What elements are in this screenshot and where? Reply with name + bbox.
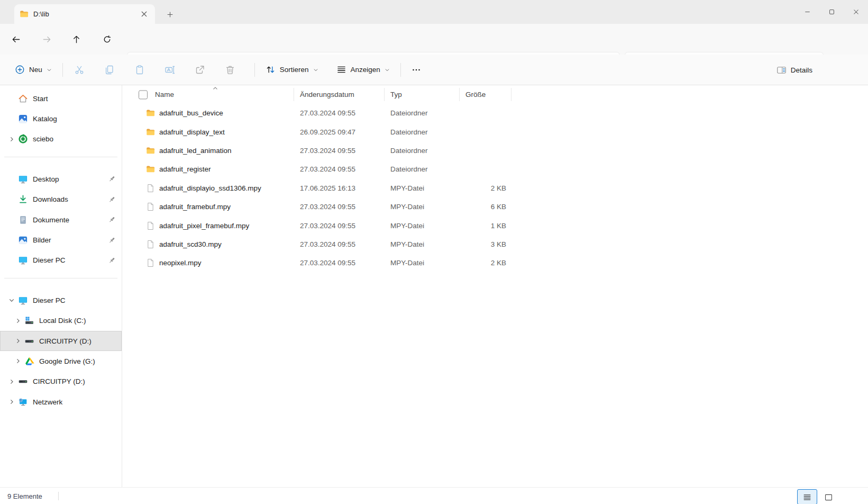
cut-button[interactable] <box>68 60 90 79</box>
table-row[interactable]: adafruit_pixel_framebuf.mpy27.03.2024 09… <box>122 216 868 235</box>
paste-button[interactable] <box>129 60 151 79</box>
table-row[interactable]: adafruit_register27.03.2024 09:55Dateior… <box>122 160 868 178</box>
maximize-button[interactable] <box>819 0 844 24</box>
column-header-type[interactable]: Typ <box>385 85 460 104</box>
column-header-label: Name <box>155 91 174 98</box>
toolbar-separator <box>400 63 401 77</box>
file-list-panel: Name Änderungsdatum Typ Größe adafruit_b… <box>122 85 868 487</box>
sidebar-item-bilder[interactable]: Bilder <box>0 230 122 250</box>
chevron-right-icon[interactable] <box>12 318 24 324</box>
table-row[interactable]: adafruit_framebuf.mpy27.03.2024 09:55MPY… <box>122 197 868 216</box>
copy-button[interactable] <box>98 60 121 79</box>
column-header-label: Größe <box>465 91 486 98</box>
plus-icon <box>167 11 173 18</box>
select-all-checkbox[interactable] <box>139 90 148 99</box>
details-pane-button[interactable]: Details <box>771 60 818 79</box>
chevron-right-icon[interactable] <box>6 136 17 142</box>
sidebar-item-netzwerk[interactable]: Netzwerk <box>0 392 122 412</box>
sidebar-item-local-disk-c[interactable]: Local Disk (C:) <box>0 311 122 331</box>
sidebar-item-katalog[interactable]: Katalog <box>0 109 122 129</box>
chevron-right-icon[interactable] <box>12 338 24 344</box>
share-button[interactable] <box>189 60 211 79</box>
status-bar: 9 Elemente <box>0 487 868 504</box>
file-size: 6 KB <box>460 203 511 211</box>
sidebar-item-desktop[interactable]: Desktop <box>0 169 122 189</box>
sidebar-item-start[interactable]: Start <box>0 88 122 109</box>
status-separator <box>58 492 59 500</box>
sidebar-item-circuitpy-d[interactable]: CIRCUITPY (D:) <box>0 331 122 351</box>
sort-icon <box>266 65 276 75</box>
chevron-right-icon[interactable] <box>6 379 17 385</box>
column-header-size[interactable]: Größe <box>460 85 511 104</box>
table-row[interactable]: adafruit_display_text26.09.2025 09:47Dat… <box>122 122 868 141</box>
refresh-button[interactable] <box>98 31 115 48</box>
pin-icon <box>108 216 116 224</box>
sidebar-item-google-drive-g[interactable]: Google Drive (G:) <box>0 351 122 371</box>
file-date: 27.03.2024 09:55 <box>294 259 385 267</box>
file-type: MPY-Datei <box>385 184 460 192</box>
file-name: adafruit_display_text <box>159 128 225 136</box>
file-name: adafruit_scd30.mpy <box>159 240 222 248</box>
table-row[interactable]: adafruit_led_animation27.03.2024 09:55Da… <box>122 141 868 160</box>
toolbar-separator <box>254 63 255 77</box>
sidebar-item-dokumente[interactable]: Dokumente <box>0 210 122 230</box>
sidebar-item-downloads[interactable]: Downloads <box>0 190 122 210</box>
sidebar-item-sciebo[interactable]: sciebo <box>0 129 122 149</box>
back-button[interactable] <box>7 31 24 48</box>
sort-button[interactable]: Sortieren <box>260 60 324 79</box>
up-arrow-icon <box>72 35 81 44</box>
table-row[interactable]: adafruit_scd30.mpy27.03.2024 09:55MPY-Da… <box>122 235 868 254</box>
chevron-right-icon[interactable] <box>12 358 24 364</box>
delete-button[interactable] <box>219 60 241 79</box>
chevron-right-icon[interactable] <box>6 399 17 405</box>
drive-icon <box>24 336 34 346</box>
close-window-button[interactable] <box>844 0 868 24</box>
sidebar-item-dieser-pc[interactable]: Dieser PC <box>0 250 122 271</box>
new-button[interactable]: Neu <box>10 60 57 79</box>
sidebar-item-label: CIRCUITPY (D:) <box>33 377 85 385</box>
table-row[interactable]: adafruit_displayio_ssd1306.mpy17.06.2025… <box>122 179 868 197</box>
column-header-date[interactable]: Änderungsdatum <box>294 85 385 104</box>
file-icon <box>146 240 155 249</box>
file-size: 1 KB <box>460 222 511 230</box>
sidebar-item-label: Bilder <box>33 236 51 244</box>
up-button[interactable] <box>68 31 85 48</box>
sidebar-item-label: Katalog <box>33 115 57 123</box>
file-icon <box>146 221 155 230</box>
minimize-icon <box>803 8 811 16</box>
file-date: 27.03.2024 09:55 <box>294 165 385 173</box>
minimize-button[interactable] <box>795 0 819 24</box>
file-size: 2 KB <box>460 184 511 192</box>
view-button[interactable]: Anzeigen <box>331 60 395 79</box>
chevron-down-icon[interactable] <box>6 297 17 303</box>
sidebar-item-dieser-pc[interactable]: Dieser PC <box>0 290 122 310</box>
more-options-button[interactable] <box>406 60 426 79</box>
back-arrow-icon <box>12 35 21 44</box>
forward-button[interactable] <box>38 31 55 48</box>
scissors-icon <box>74 65 85 75</box>
column-header-name[interactable]: Name <box>122 85 294 104</box>
file-icon <box>146 184 155 193</box>
table-row[interactable]: neopixel.mpy27.03.2024 09:55MPY-Datei2 K… <box>122 254 868 272</box>
file-name: adafruit_bus_device <box>159 109 223 117</box>
sidebar-item-circuitpy-d[interactable]: CIRCUITPY (D:) <box>0 372 122 392</box>
large-icons-view-toggle[interactable] <box>822 491 835 503</box>
tab-close-button[interactable] <box>137 7 151 21</box>
sidebar-item-label: Dieser PC <box>33 256 66 264</box>
sciebo-icon <box>17 134 28 144</box>
tab-title: D:\lib <box>33 10 137 18</box>
share-icon <box>195 65 205 75</box>
new-tab-button[interactable] <box>163 8 177 21</box>
toolbar-separator <box>62 63 63 77</box>
rename-button[interactable] <box>159 60 181 79</box>
chevron-down-icon <box>385 67 390 73</box>
details-button-label: Details <box>791 66 812 74</box>
file-icon <box>146 258 155 267</box>
chevron-down-icon <box>47 67 52 73</box>
table-row[interactable]: adafruit_bus_device27.03.2024 09:55Datei… <box>122 104 868 122</box>
file-type: Dateiordner <box>385 147 460 155</box>
details-view-toggle[interactable] <box>797 489 817 504</box>
trash-icon <box>225 65 235 75</box>
toolbar-actions <box>68 60 249 79</box>
explorer-tab[interactable]: D:\lib <box>14 4 155 24</box>
